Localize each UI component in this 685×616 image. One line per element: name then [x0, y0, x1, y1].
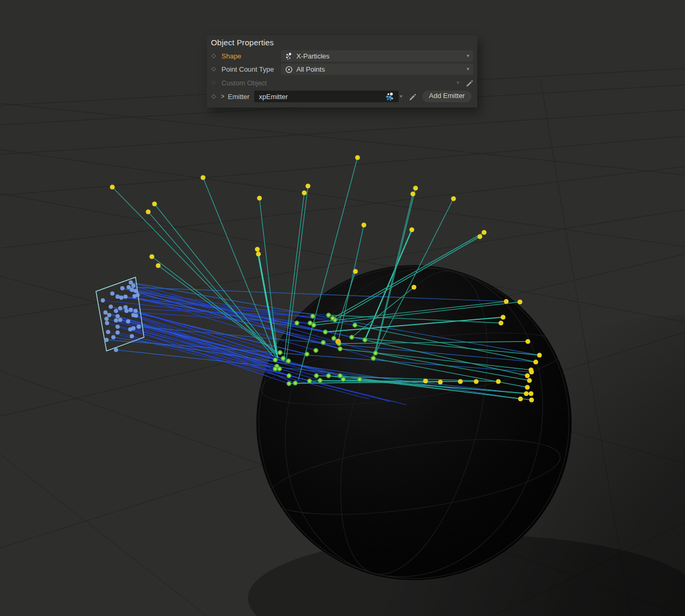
object-properties-panel: Object Properties ◇ Shape X-Particles ▾ …	[207, 35, 477, 107]
pick-emitter-icon[interactable]	[408, 92, 417, 101]
point-count-dropdown[interactable]: All Points ▾	[281, 63, 473, 75]
emitter-row: ◇ > Emitter ▾ Add Emitter	[207, 91, 477, 103]
expand-chevron-icon[interactable]: >	[221, 92, 224, 100]
chevron-down-icon[interactable]: ▾	[400, 93, 402, 99]
keyframe-diamond-icon: ◇	[211, 79, 216, 86]
chevron-down-icon: ▾	[457, 80, 459, 85]
emitter-input[interactable]	[254, 91, 399, 102]
keyframe-diamond-icon[interactable]: ◇	[211, 52, 216, 59]
all-points-icon	[285, 65, 293, 74]
chevron-down-icon: ▾	[467, 53, 469, 58]
add-emitter-button[interactable]: Add Emitter	[422, 91, 471, 102]
shape-value: X-Particles	[296, 52, 330, 60]
chevron-down-icon: ▾	[467, 66, 469, 72]
custom-object-label: Custom Object	[221, 79, 267, 87]
keyframe-diamond-icon[interactable]: ◇	[211, 65, 216, 72]
point-count-row: ◇ Point Count Type All Points ▾	[207, 63, 477, 75]
custom-object-row: ◇ Custom Object ▾	[207, 77, 477, 89]
shape-row: ◇ Shape X-Particles ▾	[207, 50, 477, 62]
keyframe-diamond-icon[interactable]: ◇	[211, 93, 216, 100]
pick-object-icon[interactable]	[465, 79, 474, 87]
panel-title: Object Properties	[211, 38, 274, 47]
viewport: Object Properties ◇ Shape X-Particles ▾ …	[0, 0, 685, 616]
xpemitter-icon	[385, 92, 394, 101]
shape-label: Shape	[221, 52, 242, 60]
emitter-label: Emitter	[228, 93, 249, 101]
point-count-value: All Points	[296, 65, 325, 73]
point-count-label: Point Count Type	[221, 65, 274, 73]
xparticles-icon	[285, 52, 293, 61]
shape-dropdown[interactable]: X-Particles ▾	[281, 50, 473, 62]
